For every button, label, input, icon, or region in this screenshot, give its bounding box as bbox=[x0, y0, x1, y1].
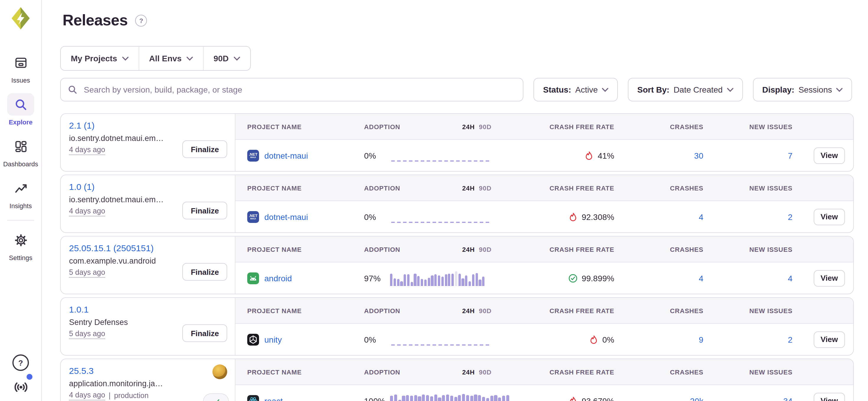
project-cell: .NETMAUI dotnet-maui bbox=[247, 149, 364, 161]
issues-icon bbox=[7, 51, 34, 74]
search-input[interactable] bbox=[83, 84, 516, 95]
no-adoption-dashed-line bbox=[391, 160, 489, 161]
insights-icon bbox=[7, 177, 34, 199]
table-body-row: .NETMAUI dotnet-maui 0% 92.308% 4 2 View bbox=[236, 201, 853, 232]
range-90d-toggle[interactable]: 90D bbox=[479, 368, 492, 375]
sidebar-item-label: Explore bbox=[9, 119, 33, 126]
filter-row: Status: Active Sort By: Date Created Dis… bbox=[60, 78, 852, 101]
range-24h-toggle[interactable]: 24H bbox=[462, 368, 475, 375]
col-crash-free-rate: Crash Free Rate bbox=[550, 368, 614, 375]
view-button[interactable]: View bbox=[813, 270, 845, 286]
crash-free-value: 0% bbox=[602, 335, 614, 344]
adoption-bar bbox=[410, 281, 413, 286]
adoption-percent: 0% bbox=[364, 151, 390, 160]
release-version-link[interactable]: 1.0.1 bbox=[69, 304, 89, 314]
release-card: 25.05.15.1 (2505151) com.example.vu.andr… bbox=[60, 236, 854, 294]
control-status-dropdown[interactable]: Status: Active bbox=[534, 78, 618, 101]
adoption-bar bbox=[426, 395, 429, 401]
sidebar-item-dashboards[interactable]: Dashboards bbox=[0, 135, 41, 167]
sidebar-item-explore[interactable]: Explore bbox=[0, 93, 41, 126]
adoption-bar bbox=[404, 274, 406, 286]
whats-new-button[interactable] bbox=[13, 378, 29, 396]
crashes-count-link[interactable]: 30 bbox=[694, 151, 703, 160]
range-90d-toggle[interactable]: 90D bbox=[479, 123, 492, 130]
crashes-count-link[interactable]: 9 bbox=[699, 335, 703, 344]
release-version-link[interactable]: 1.0 (1) bbox=[69, 181, 95, 192]
col-new-issues: New Issues bbox=[749, 245, 793, 253]
col-adoption: Adoption 24H 90D bbox=[364, 368, 515, 375]
unity-icon bbox=[247, 333, 259, 345]
view-button[interactable]: View bbox=[813, 393, 845, 401]
finalize-button[interactable]: Finalize bbox=[183, 324, 227, 342]
dashboards-icon bbox=[7, 135, 34, 158]
view-button[interactable]: View bbox=[813, 331, 845, 347]
adoption-bar bbox=[448, 273, 451, 286]
crashes-count-link[interactable]: 4 bbox=[699, 273, 703, 283]
page-help-icon[interactable]: ? bbox=[135, 14, 147, 26]
range-24h-toggle[interactable]: 24H bbox=[462, 123, 475, 130]
range-24h-toggle[interactable]: 24H bbox=[462, 184, 475, 191]
scope-filter-0[interactable]: My Projects bbox=[61, 46, 138, 70]
crash-free-value: 41% bbox=[598, 151, 614, 160]
new-issues-count-link[interactable]: 2 bbox=[788, 212, 793, 222]
col-adoption-label: Adoption bbox=[364, 368, 400, 375]
adoption-bar bbox=[502, 395, 505, 401]
env-separator: | bbox=[108, 392, 111, 400]
range-90d-toggle[interactable]: 90D bbox=[479, 307, 492, 314]
view-button[interactable]: View bbox=[813, 208, 845, 225]
chevron-down-icon bbox=[122, 56, 128, 61]
release-version-link[interactable]: 2.1 (1) bbox=[69, 120, 95, 130]
new-issues-count-link[interactable]: 34 bbox=[783, 396, 793, 401]
new-issues-count-link[interactable]: 4 bbox=[788, 273, 793, 283]
help-icon[interactable]: ? bbox=[12, 355, 29, 371]
adoption-cell: 0% bbox=[364, 209, 515, 224]
release-version-link[interactable]: 25.5.3 bbox=[69, 366, 94, 376]
adoption-bar bbox=[418, 396, 421, 401]
project-cell: unity bbox=[247, 333, 364, 345]
project-link[interactable]: dotnet-maui bbox=[265, 212, 308, 222]
adoption-bar bbox=[472, 274, 474, 286]
table-body-row: react 100% 93.679% 20k 34 View bbox=[236, 385, 853, 401]
view-button[interactable]: View bbox=[813, 147, 845, 164]
finalized-check-pill[interactable] bbox=[203, 393, 229, 401]
adoption-percent: 0% bbox=[364, 335, 390, 344]
control-value: Active bbox=[575, 85, 598, 94]
project-link[interactable]: react bbox=[265, 396, 283, 401]
range-90d-toggle[interactable]: 90D bbox=[479, 245, 492, 253]
sidebar-item-settings[interactable]: Settings bbox=[0, 229, 41, 261]
table-body-row: .NETMAUI dotnet-maui 0% 41% 30 7 View bbox=[236, 140, 853, 171]
range-24h-toggle[interactable]: 24H bbox=[462, 245, 475, 253]
project-link[interactable]: android bbox=[265, 273, 292, 283]
sentry-logo[interactable] bbox=[10, 6, 31, 32]
release-info-panel: 1.0 (1) io.sentry.dotnet.maui.em… 4 days… bbox=[61, 175, 236, 232]
new-issues-count-link[interactable]: 2 bbox=[788, 335, 793, 344]
project-link[interactable]: dotnet-maui bbox=[265, 151, 308, 160]
control-display-dropdown[interactable]: Display: Sessions bbox=[753, 78, 852, 101]
new-issues-count-link[interactable]: 7 bbox=[788, 151, 793, 160]
sidebar-item-label: Insights bbox=[9, 202, 32, 209]
range-24h-toggle[interactable]: 24H bbox=[462, 307, 475, 314]
project-link[interactable]: unity bbox=[265, 335, 282, 344]
chevron-down-icon bbox=[836, 88, 843, 92]
finalize-button[interactable]: Finalize bbox=[183, 263, 227, 281]
scope-filter-1[interactable]: All Envs bbox=[138, 46, 203, 70]
release-card: 1.0 (1) io.sentry.dotnet.maui.em… 4 days… bbox=[60, 174, 854, 233]
release-age: 4 days ago bbox=[69, 146, 105, 155]
release-version-link[interactable]: 25.05.15.1 (2505151) bbox=[69, 243, 154, 253]
finalize-button[interactable]: Finalize bbox=[183, 202, 227, 220]
sidebar-item-issues[interactable]: Issues bbox=[0, 51, 41, 84]
table-body-row: android 97% 99.899% 4 4 View bbox=[236, 262, 853, 294]
sidebar-item-insights[interactable]: Insights bbox=[0, 177, 41, 209]
col-adoption: Adoption 24H 90D bbox=[364, 245, 515, 253]
adoption-bar bbox=[394, 394, 397, 401]
main-content: Releases ? My Projects All Envs 90D bbox=[41, 0, 868, 401]
crashes-count-link[interactable]: 20k bbox=[690, 396, 703, 401]
crashes-count-link[interactable]: 4 bbox=[699, 212, 703, 222]
range-90d-toggle[interactable]: 90D bbox=[479, 184, 492, 191]
col-crashes: Crashes bbox=[670, 245, 703, 253]
col-adoption: Adoption 24H 90D bbox=[364, 123, 515, 130]
adoption-bar bbox=[410, 395, 413, 401]
control-sortby-dropdown[interactable]: Sort By: Date Created bbox=[628, 78, 743, 101]
scope-filter-2[interactable]: 90D bbox=[203, 46, 250, 70]
finalize-button[interactable]: Finalize bbox=[183, 140, 227, 158]
